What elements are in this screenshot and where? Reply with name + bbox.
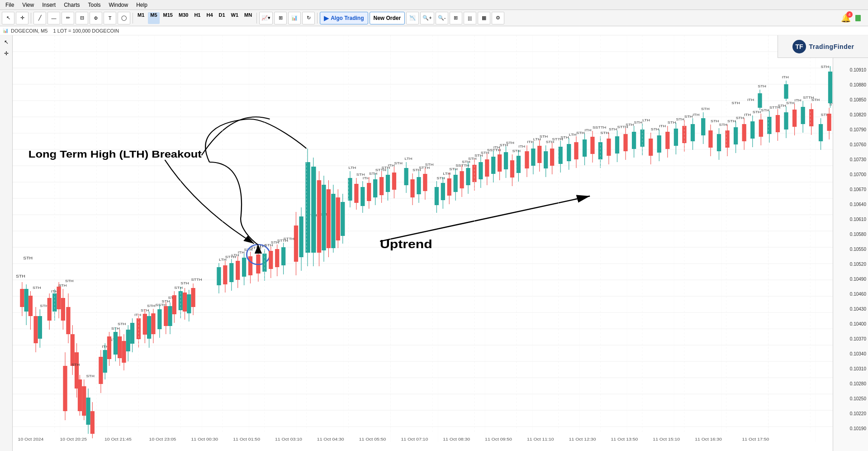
- svg-rect-126: [217, 267, 221, 285]
- tf-m1[interactable]: M1: [135, 12, 147, 24]
- svg-rect-341: [742, 124, 746, 141]
- price-label-4: 0.10880: [850, 82, 866, 87]
- svg-text:STH: STH: [147, 304, 156, 308]
- svg-text:11 Oct 00:30: 11 Oct 00:30: [191, 437, 218, 441]
- crosshair-tool-button[interactable]: ✛: [16, 12, 28, 24]
- refresh-button[interactable]: ↻: [302, 12, 315, 24]
- chart-scale-button[interactable]: ⊞: [274, 12, 287, 24]
- svg-rect-344: [750, 121, 754, 139]
- svg-rect-30: [20, 289, 24, 307]
- svg-rect-88: [130, 323, 134, 344]
- hline-tool-button[interactable]: —: [47, 12, 60, 24]
- svg-text:STH: STH: [174, 286, 183, 290]
- ohlc-button[interactable]: |||: [464, 12, 476, 24]
- zoom-in-button[interactable]: 🔍+: [420, 12, 434, 24]
- zoom-out-button[interactable]: 🔍-: [436, 12, 448, 24]
- svg-rect-197: [379, 177, 384, 195]
- svg-rect-37: [33, 316, 38, 343]
- svg-rect-194: [373, 179, 377, 197]
- svg-rect-151: [269, 251, 273, 269]
- menu-help[interactable]: Help: [133, 1, 151, 9]
- svg-rect-179: [341, 202, 345, 236]
- tf-w1[interactable]: W1: [229, 12, 241, 24]
- shape-tool-button[interactable]: ◯: [118, 12, 130, 24]
- chart-symbol-timeframe: DOGECOIN, M5 1 LOT = 100,000 DOGECOIN: [11, 28, 119, 34]
- pointer-tool[interactable]: ↖: [1, 37, 11, 47]
- fib-tool-button[interactable]: Ф: [90, 12, 102, 24]
- svg-text:STH: STH: [33, 286, 41, 290]
- price-label-22: 0.10340: [850, 351, 866, 356]
- channel-tool-button[interactable]: ⊟: [76, 12, 88, 24]
- svg-text:STH: STH: [821, 65, 830, 69]
- strategy-tester-button[interactable]: 📉: [406, 12, 419, 24]
- tf-h4[interactable]: H4: [204, 12, 215, 24]
- logo-area: TF TradingFinder: [778, 35, 868, 58]
- svg-rect-191: [367, 183, 371, 201]
- price-label-26: 0.10220: [850, 411, 866, 416]
- svg-rect-141: [248, 256, 252, 275]
- svg-rect-317: [674, 129, 678, 146]
- menu-bar: File View Insert Charts Tools Window Hel…: [0, 0, 868, 10]
- tf-m5[interactable]: M5: [148, 12, 159, 24]
- menu-charts[interactable]: Charts: [60, 1, 83, 9]
- svg-text:STH: STH: [16, 274, 25, 278]
- svg-rect-188: [360, 187, 365, 206]
- line-tool-button[interactable]: ╱: [33, 12, 46, 24]
- svg-rect-120: [187, 294, 191, 313]
- indicators-button[interactable]: 📊: [288, 12, 301, 24]
- pencil-tool-button[interactable]: ✏: [62, 12, 74, 24]
- svg-text:STH: STH: [369, 172, 378, 176]
- chart-type-dropdown[interactable]: 📈▾: [259, 12, 273, 24]
- svg-rect-76: [107, 336, 111, 359]
- toolbar: ↖ ✛ ╱ — ✏ ⊟ Ф T ◯ M1 M5 M15 M30 H1 H4 D1…: [0, 10, 868, 26]
- notification-badge[interactable]: 4: [846, 11, 853, 18]
- svg-rect-39: [38, 316, 42, 339]
- tf-m30[interactable]: M30: [176, 12, 190, 24]
- grid-button[interactable]: ⊞: [450, 12, 462, 24]
- menu-insert[interactable]: Insert: [38, 1, 59, 9]
- tf-mn[interactable]: MN: [242, 12, 254, 24]
- svg-text:11 Oct 09:50: 11 Oct 09:50: [485, 437, 512, 441]
- svg-rect-323: [691, 124, 695, 141]
- svg-text:STH: STH: [736, 116, 745, 120]
- svg-rect-227: [454, 175, 458, 192]
- tf-m15[interactable]: M15: [161, 12, 175, 24]
- price-label-8: 0.10760: [850, 142, 866, 147]
- svg-rect-356: [784, 112, 788, 130]
- svg-rect-50: [61, 298, 65, 321]
- text-tool-button[interactable]: T: [104, 12, 116, 24]
- price-label-17: 0.10490: [850, 277, 866, 282]
- menu-tools[interactable]: Tools: [85, 1, 104, 9]
- svg-rect-335: [725, 130, 729, 148]
- svg-text:11 Oct 15:10: 11 Oct 15:10: [653, 437, 680, 441]
- menu-view[interactable]: View: [19, 1, 38, 9]
- svg-text:11 Oct 04:30: 11 Oct 04:30: [317, 437, 344, 441]
- properties-button[interactable]: ⚙: [492, 12, 504, 24]
- svg-rect-65: [86, 398, 90, 425]
- svg-rect-308: [649, 139, 653, 156]
- svg-rect-55: [71, 334, 75, 366]
- main-chart-area[interactable]: TF TradingFinder: [13, 35, 868, 451]
- algo-trading-button[interactable]: ▶ Algo Trading: [320, 12, 368, 24]
- svg-text:STH: STH: [701, 107, 710, 111]
- volume-button[interactable]: ▦: [478, 12, 490, 24]
- menu-file[interactable]: File: [2, 1, 18, 9]
- price-label-14: 0.10580: [850, 232, 866, 237]
- tf-d1[interactable]: D1: [217, 12, 228, 24]
- tf-h1[interactable]: H1: [192, 12, 203, 24]
- svg-text:STH: STH: [506, 141, 515, 145]
- new-order-button[interactable]: New Order: [370, 12, 405, 24]
- svg-text:STH: STH: [71, 363, 80, 367]
- svg-text:STH: STH: [753, 110, 761, 114]
- status-indicator: [855, 15, 861, 21]
- menu-window[interactable]: Window: [105, 1, 132, 9]
- cursor-tool-button[interactable]: ↖: [2, 12, 14, 24]
- crosshair-draw-tool[interactable]: ✛: [1, 48, 11, 58]
- svg-text:LTH: LTH: [348, 166, 356, 170]
- svg-text:LTH: LTH: [405, 157, 413, 161]
- svg-rect-157: [281, 247, 285, 265]
- svg-rect-350: [767, 117, 771, 134]
- svg-text:11 Oct 16:30: 11 Oct 16:30: [695, 437, 722, 441]
- svg-text:STH: STH: [786, 101, 795, 105]
- chart-container: ↖ ✛ TF TradingFinder: [0, 35, 868, 451]
